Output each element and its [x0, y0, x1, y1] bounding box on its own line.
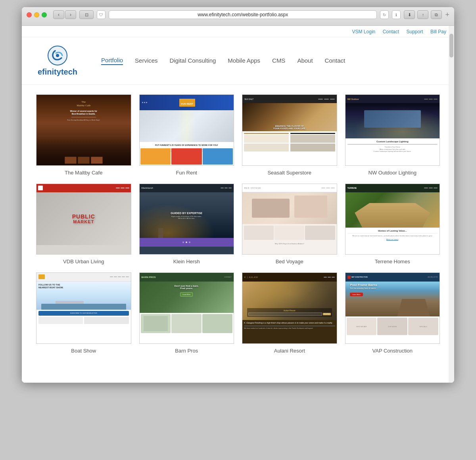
- portfolio-grid: TheMaltby Cafe Winner of several awards …: [36, 94, 440, 354]
- maximize-button[interactable]: [42, 12, 47, 17]
- back-button[interactable]: ‹: [53, 10, 64, 19]
- browser-toolbar: ⬇ ↑ ⧉: [404, 10, 442, 19]
- portfolio-thumb-boat[interactable]: FOLLOW US TO THENEAREST BOAT SHOW. SUBSC…: [36, 272, 131, 344]
- portfolio-label-boat: Boat Show: [71, 348, 96, 354]
- portfolio-item-barn: BARN PROS CONTACT Don't just find a barn…: [139, 272, 234, 354]
- info-icon[interactable]: ℹ: [392, 10, 401, 19]
- portfolio-thumb-post[interactable]: VAP CONSTRUCTION 402-952-3778 Post Frame…: [345, 272, 440, 344]
- scrollbar-thumb[interactable]: [449, 34, 453, 58]
- browser-chrome: ‹ › ⊡ 🛡 www.efinitytech.com/website-port…: [22, 7, 454, 26]
- site-header: efinitytech Portfolio Services Digital C…: [22, 37, 454, 85]
- hover-overlay: [140, 273, 234, 343]
- logo-area: efinitytech: [38, 45, 77, 77]
- portfolio-label-barn: Barn Pros: [175, 348, 198, 354]
- minimize-button[interactable]: [34, 12, 39, 17]
- hover-overlay: [36, 273, 131, 343]
- browser-window: ‹ › ⊡ 🛡 www.efinitytech.com/website-port…: [22, 7, 454, 383]
- logo-text: efinitytech: [38, 67, 77, 77]
- portfolio-item-funrent: FUN RENT PUT FUNRENT'S 25 YEARS OF EXPER…: [139, 94, 234, 176]
- portfolio-item-bedvoyage: BED VOYAGE: [242, 184, 337, 265]
- contact-link[interactable]: Contact: [383, 29, 399, 34]
- hover-overlay: [140, 95, 234, 165]
- portfolio-label-terrene: Terrene Homes: [375, 259, 410, 264]
- portfolio-label-nw: NW Outdoor Lighting: [369, 170, 416, 176]
- portfolio-thumb-maltby[interactable]: TheMaltby Cafe Winner of several awards …: [36, 94, 131, 166]
- portfolio-item-boat: FOLLOW US TO THENEAREST BOAT SHOW. SUBSC…: [36, 272, 131, 354]
- forward-button[interactable]: ›: [65, 10, 76, 19]
- shield-icon: 🛡: [97, 10, 106, 19]
- portfolio-label-vdb: VDB Urban Living: [63, 259, 104, 264]
- share-icon[interactable]: ↑: [417, 10, 428, 19]
- portfolio-item-nw: NW Outdoor: [345, 94, 440, 176]
- nav-cms[interactable]: CMS: [272, 57, 285, 65]
- svg-point-1: [56, 54, 59, 57]
- portfolio-thumb-klein[interactable]: KleinHersh: [139, 184, 234, 255]
- scrollbar[interactable]: [449, 26, 454, 383]
- portfolio-thumb-vdb[interactable]: PUBLIC MARKET: [36, 184, 131, 255]
- portfolio-item-terrene: TERRENE: [345, 184, 440, 265]
- address-bar[interactable]: www.efinitytech.com/website-portfolio.as…: [109, 10, 377, 19]
- portfolio-label-bedvoyage: Bed Voyage: [276, 259, 303, 264]
- portfolio-thumb-seasalt[interactable]: SEA SALT ENHANCE THE FLAVOR OFYOUR FOODS…: [242, 94, 337, 166]
- portfolio-item-post: VAP CONSTRUCTION 402-952-3778 Post Frame…: [345, 272, 440, 354]
- portfolio-thumb-resort[interactable]: K | AULANI: [242, 272, 337, 344]
- traffic-lights: [27, 12, 47, 17]
- new-tab-button[interactable]: +: [445, 11, 449, 18]
- utility-bar: VSM Login Contact Support Bill Pay: [22, 26, 454, 37]
- logo-normal: efinity: [38, 67, 61, 76]
- nav-portfolio[interactable]: Portfolio: [101, 57, 123, 65]
- portfolio-label-post: VAP Construction: [372, 348, 413, 354]
- download-icon[interactable]: ⬇: [404, 10, 415, 19]
- portfolio-thumb-bedvoyage[interactable]: BED VOYAGE: [242, 184, 337, 255]
- hover-overlay: [242, 273, 337, 343]
- nav-mobile-apps[interactable]: Mobile Apps: [228, 57, 260, 65]
- hover-overlay: [345, 95, 440, 165]
- refresh-icon[interactable]: ↻: [380, 10, 389, 19]
- browser-content: VSM Login Contact Support Bill Pay ef: [22, 26, 454, 383]
- portfolio-item-resort: K | AULANI: [242, 272, 337, 354]
- close-button[interactable]: [27, 12, 32, 17]
- nav-about[interactable]: About: [297, 57, 313, 65]
- hover-overlay: [36, 184, 131, 255]
- support-link[interactable]: Support: [407, 29, 423, 34]
- vsm-login-link[interactable]: VSM Login: [352, 29, 376, 34]
- hover-overlay: [345, 184, 440, 255]
- portfolio-label-maltby: The Maltby Cafe: [65, 170, 102, 176]
- portfolio-label-klein: Klein Hersh: [173, 259, 200, 264]
- portfolio-thumb-funrent[interactable]: FUN RENT PUT FUNRENT'S 25 YEARS OF EXPER…: [139, 94, 234, 166]
- portfolio-item-vdb: PUBLIC MARKET VDB Urban Living: [36, 184, 131, 265]
- hover-overlay: [36, 95, 131, 165]
- hover-overlay: [140, 184, 234, 255]
- portfolio-label-seasalt: Seasalt Superstore: [267, 170, 311, 176]
- tab-view-button[interactable]: ⊡: [79, 10, 94, 19]
- hover-overlay: [345, 273, 440, 343]
- hover-overlay: [242, 184, 337, 255]
- logo-bold: tech: [61, 67, 77, 76]
- logo-icon: [47, 45, 68, 66]
- sidebar-icon[interactable]: ⧉: [431, 10, 442, 19]
- portfolio-label-resort: Aulani Resort: [274, 348, 305, 354]
- site-content: VSM Login Contact Support Bill Pay ef: [22, 26, 454, 383]
- portfolio-thumb-nw[interactable]: NW Outdoor: [345, 94, 440, 166]
- portfolio-item-maltby: TheMaltby Cafe Winner of several awards …: [36, 94, 131, 176]
- portfolio-thumb-barn[interactable]: BARN PROS CONTACT Don't just find a barn…: [139, 272, 234, 344]
- portfolio-item-seasalt: SEA SALT ENHANCE THE FLAVOR OFYOUR FOODS…: [242, 94, 337, 176]
- portfolio-item-klein: KleinHersh: [139, 184, 234, 265]
- nav-services[interactable]: Services: [135, 57, 158, 65]
- portfolio-thumb-terrene[interactable]: TERRENE: [345, 184, 440, 255]
- nav-digital-consulting[interactable]: Digital Consulting: [170, 57, 216, 65]
- hover-overlay: [242, 95, 337, 165]
- portfolio-label-funrent: Fun Rent: [176, 170, 197, 176]
- nav-arrows: ‹ ›: [53, 10, 76, 19]
- portfolio-section: TheMaltby Cafe Winner of several awards …: [22, 85, 454, 363]
- main-nav: Portfolio Services Digital Consulting Mo…: [101, 57, 345, 65]
- bill-pay-link[interactable]: Bill Pay: [430, 29, 446, 34]
- nav-contact[interactable]: Contact: [325, 57, 345, 65]
